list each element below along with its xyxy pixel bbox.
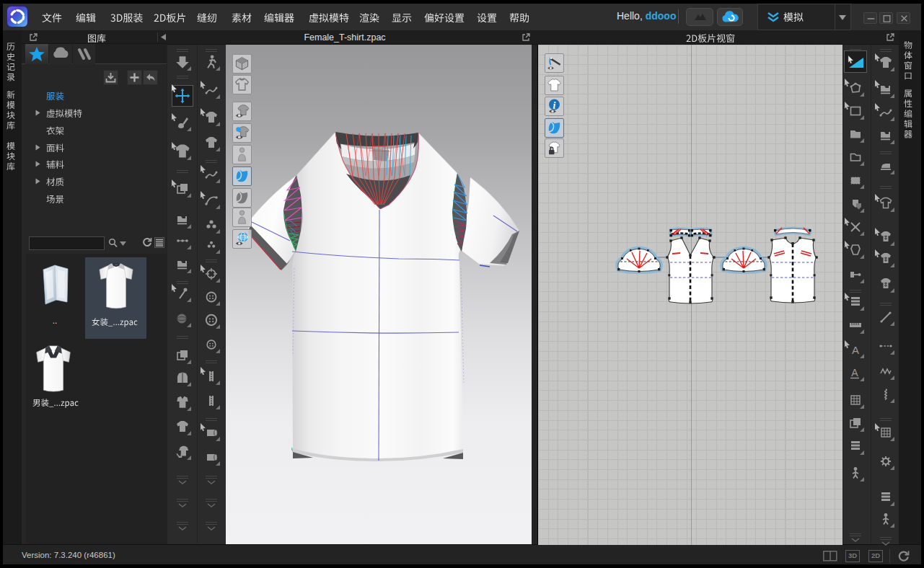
svg-text:i: i	[553, 100, 556, 111]
svg-text:A: A	[851, 367, 858, 378]
svg-text:A: A	[852, 344, 859, 356]
